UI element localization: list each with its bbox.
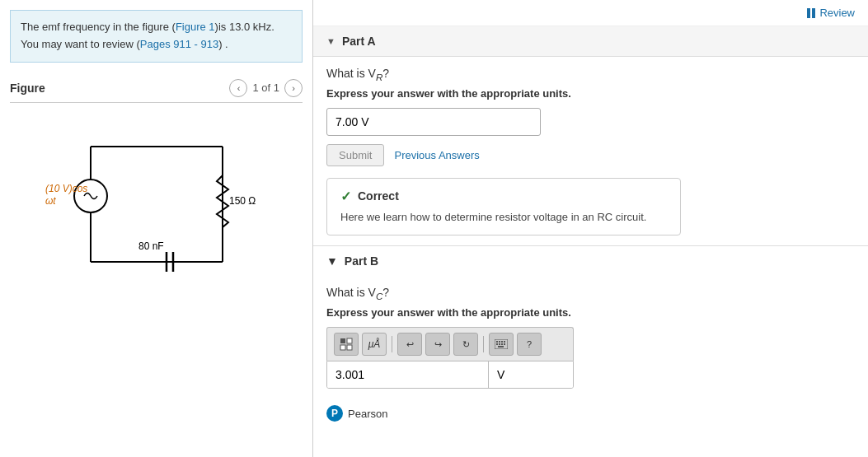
review-button[interactable]: Review: [807, 7, 855, 19]
svg-rect-26: [501, 343, 503, 345]
part-a-content: What is VR? Express your answer with the…: [313, 57, 868, 245]
submit-button[interactable]: Submit: [326, 144, 384, 166]
help-icon: ?: [527, 339, 532, 349]
correct-box: ✓ Correct Here we learn how to determine…: [326, 178, 681, 236]
circuit-svg: (10 V)cos ωt 150 Ω 80 nF: [33, 122, 280, 287]
review-label: Review: [819, 7, 855, 19]
svg-text:80 nF: 80 nF: [138, 240, 164, 252]
figure-header: Figure ‹ 1 of 1 ›: [10, 79, 303, 103]
correct-text: Here we learn how to determine resistor …: [340, 209, 667, 226]
part-b-question: What is VC?: [326, 286, 855, 301]
next-figure-button[interactable]: ›: [284, 79, 303, 97]
svg-text:150 Ω: 150 Ω: [229, 195, 256, 207]
correct-label: Correct: [358, 189, 399, 203]
info-text-1: The emf frequency in the figure (: [21, 21, 176, 33]
pearson-footer: P Pearson: [313, 399, 868, 428]
svg-rect-18: [347, 345, 352, 350]
svg-rect-22: [501, 341, 503, 343]
redo-button[interactable]: ↪: [425, 333, 450, 356]
answer-row: [326, 361, 574, 389]
part-a-title: Part A: [342, 35, 376, 48]
toolbar-separator-1: [392, 336, 392, 352]
svg-rect-16: [347, 338, 352, 343]
part-b-content: What is VC? Express your answer with the…: [313, 276, 868, 399]
mu-icon: μÅ: [368, 338, 381, 350]
prev-figure-button[interactable]: ‹: [229, 79, 247, 97]
pages-link[interactable]: Pages 911 - 913: [140, 38, 218, 50]
question-text-suffix: ?: [382, 67, 389, 80]
figure-nav: ‹ 1 of 1 ›: [229, 79, 303, 97]
circuit-diagram: (10 V)cos ωt 150 Ω 80 nF: [10, 110, 303, 291]
right-panel: Review ▼ Part A What is VR? Express your…: [313, 0, 868, 457]
undo-icon: ↩: [406, 339, 414, 350]
keyboard-button[interactable]: [489, 333, 514, 356]
pearson-logo: P: [326, 405, 343, 422]
undo-button[interactable]: ↩: [397, 333, 422, 356]
svg-text:(10 V)cos: (10 V)cos: [45, 183, 87, 194]
part-b-title: Part B: [345, 254, 378, 268]
info-box: The emf frequency in the figure (Figure …: [10, 10, 303, 63]
part-b-chevron: ▼: [326, 254, 338, 268]
svg-rect-21: [499, 341, 500, 343]
keyboard-icon: [495, 339, 508, 349]
figure-title: Figure: [10, 82, 45, 95]
previous-answers-link[interactable]: Previous Answers: [394, 149, 479, 161]
mu-button[interactable]: μÅ: [362, 333, 387, 356]
figure-section: Figure ‹ 1 of 1 ›: [10, 79, 303, 291]
svg-rect-27: [504, 343, 505, 345]
reset-icon: ↻: [462, 339, 470, 350]
part-a-instruction: Express your answer with the appropriate…: [326, 87, 855, 100]
part-b-header: ▼ Part B: [313, 246, 868, 276]
svg-rect-24: [496, 343, 498, 345]
question-text-prefix: What is V: [326, 67, 376, 80]
part-a-question: What is VR?: [326, 67, 855, 82]
svg-rect-23: [504, 341, 505, 343]
top-bar: Review: [313, 0, 868, 26]
part-b-value-input[interactable]: [327, 361, 489, 388]
check-icon: ✓: [340, 189, 351, 204]
svg-rect-28: [498, 346, 504, 347]
info-text-2b: ) .: [218, 38, 228, 50]
part-b-instruction: Express your answer with the appropriate…: [326, 306, 855, 319]
math-toolbar: μÅ ↩ ↪ ↻: [326, 327, 574, 361]
part-a-chevron: ▼: [326, 36, 335, 46]
part-a-section: ▼ Part A What is VR? Express your answer…: [313, 26, 868, 245]
toolbar-separator-2: [483, 336, 484, 352]
part-a-header: ▼ Part A: [313, 26, 868, 57]
part-a-answer-input[interactable]: [326, 108, 541, 136]
svg-rect-15: [340, 338, 345, 343]
reset-button[interactable]: ↻: [453, 333, 478, 356]
part-b-question-prefix: What is V: [326, 286, 376, 299]
info-line-1: The emf frequency in the figure (Figure …: [21, 19, 292, 36]
svg-rect-25: [499, 343, 500, 345]
review-icon: [807, 8, 815, 18]
part-b-unit-input[interactable]: [489, 361, 574, 388]
help-button[interactable]: ?: [517, 333, 542, 356]
info-text-2: You may want to review (: [21, 38, 140, 50]
figure-link[interactable]: Figure 1: [176, 21, 215, 33]
pearson-logo-letter: P: [331, 408, 338, 419]
correct-header: ✓ Correct: [340, 189, 667, 204]
svg-rect-17: [340, 345, 345, 350]
info-text-1b: )is 13.0 kHz.: [215, 21, 274, 33]
redo-icon: ↪: [434, 339, 442, 350]
left-panel: The emf frequency in the figure (Figure …: [0, 0, 313, 457]
submit-row: Submit Previous Answers: [326, 144, 855, 166]
pearson-brand: Pearson: [348, 408, 387, 420]
figure-page: 1 of 1: [252, 82, 279, 94]
svg-text:ωt: ωt: [45, 195, 56, 207]
svg-rect-20: [496, 341, 498, 343]
info-line-2: You may want to review (Pages 911 - 913)…: [21, 36, 292, 54]
part-b-question-suffix: ?: [382, 286, 389, 299]
part-b-section: ▼ Part B What is VC? Express your answer…: [313, 245, 868, 428]
grid-icon: [340, 338, 353, 351]
grid-button[interactable]: [334, 333, 359, 356]
